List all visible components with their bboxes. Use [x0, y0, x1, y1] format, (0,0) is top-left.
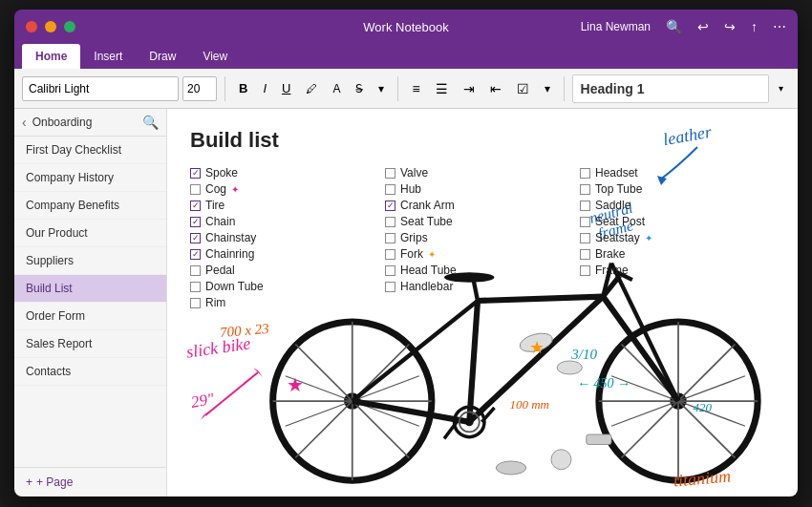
heading-dropdown-button[interactable]: ▾ — [773, 76, 789, 101]
sidebar-back-button[interactable]: ‹ — [22, 115, 27, 130]
list-column-3: Headset Top Tube Saddle Seat Post — [580, 166, 775, 309]
checkbox-cog[interactable] — [190, 184, 201, 195]
main-area: ‹ Onboarding 🔍 First Day Checklist Compa… — [14, 109, 798, 496]
user-name: Lina Newman — [581, 20, 651, 33]
highlight-button[interactable]: 🖊 — [300, 76, 323, 101]
checkbox-rim[interactable] — [190, 298, 201, 308]
item-label-crank-arm: Crank Arm — [400, 199, 455, 212]
list-item: Seat Tube — [385, 215, 580, 228]
checkbox-seat-tube[interactable] — [385, 217, 395, 227]
bold-button[interactable]: B — [233, 76, 253, 101]
list-item: Pedal — [190, 264, 385, 277]
outdent-button[interactable]: ⇤ — [484, 76, 507, 101]
minimize-button[interactable] — [45, 21, 56, 32]
sidebar-item-company-benefits[interactable]: Company Benefits — [14, 192, 166, 220]
underline-button[interactable]: U — [276, 76, 296, 101]
search-icon[interactable]: 🔍 — [666, 19, 682, 34]
item-label-rim: Rim — [205, 296, 225, 309]
checkbox-crank-arm[interactable]: ✓ — [385, 201, 395, 211]
more-list-button[interactable]: ▾ — [539, 76, 556, 101]
heading-style-input[interactable] — [572, 74, 769, 103]
tab-insert[interactable]: Insert — [80, 44, 136, 69]
strikethrough-button[interactable]: S̶ — [350, 76, 369, 101]
item-label-pedal: Pedal — [205, 264, 235, 277]
sidebar-item-company-history[interactable]: Company History — [14, 164, 166, 192]
list-item: Brake — [580, 247, 775, 261]
more-format-button[interactable]: ▾ — [373, 76, 390, 101]
checkbox-handlebar[interactable] — [385, 282, 395, 292]
checkbox-chain[interactable]: ✓ — [190, 217, 201, 227]
page-title: Build list — [190, 128, 775, 153]
tab-draw[interactable]: Draw — [136, 44, 189, 69]
list-item: Frame — [580, 264, 775, 277]
checkbox-chainring[interactable]: ✓ — [190, 249, 201, 260]
numbered-list-button[interactable]: ☰ — [430, 76, 454, 101]
checkbox-grips[interactable] — [385, 233, 395, 243]
checkbox-top-tube[interactable] — [580, 184, 590, 195]
checkbox-saddle[interactable] — [580, 201, 590, 211]
item-label-valve: Valve — [400, 166, 428, 180]
italic-button[interactable]: I — [257, 76, 272, 101]
checkbox-tire[interactable]: ✓ — [190, 201, 201, 211]
font-family-input[interactable]: Calibri Light — [22, 76, 179, 101]
checkbox-spoke[interactable]: ✓ — [190, 168, 201, 179]
build-list-grid: ✓ Spoke Cog ✦ ✓ Tire ✓ — [190, 166, 775, 309]
checkbox-head-tube[interactable] — [385, 265, 395, 276]
checkbox-button[interactable]: ☑ — [511, 76, 535, 101]
checkbox-seatstay[interactable] — [580, 233, 590, 243]
tab-home[interactable]: Home — [22, 44, 80, 69]
list-item: ✓ Tire — [190, 199, 385, 212]
checkbox-valve[interactable] — [385, 168, 395, 179]
list-item: Seatstay ✦ — [580, 231, 775, 244]
item-label-head-tube: Head Tube — [400, 264, 457, 277]
close-button[interactable] — [26, 21, 37, 32]
item-label-hub: Hub — [400, 182, 421, 196]
item-label-spoke: Spoke — [205, 166, 238, 180]
maximize-button[interactable] — [64, 21, 75, 32]
ribbon: Home Insert Draw View Calibri Light 20 B… — [14, 44, 798, 109]
bullets-button[interactable]: ≡ — [406, 76, 425, 101]
font-size-input[interactable]: 20 — [182, 76, 217, 101]
ribbon-tabs: Home Insert Draw View — [14, 44, 798, 69]
sidebar-item-order-form[interactable]: Order Form — [14, 303, 166, 330]
sidebar-item-our-product[interactable]: Our Product — [14, 220, 166, 247]
list-item: ✓ Chainstay — [190, 231, 385, 244]
redo-icon[interactable]: ↪ — [724, 19, 736, 34]
item-label-headset: Headset — [595, 166, 638, 180]
sidebar-item-build-list[interactable]: Build List — [14, 275, 166, 303]
list-item: ✓ Spoke — [190, 166, 385, 180]
checkbox-hub[interactable] — [385, 184, 395, 195]
tab-view[interactable]: View — [189, 44, 241, 69]
sidebar-item-contacts[interactable]: Contacts — [14, 358, 166, 386]
sidebar-item-first-day-checklist[interactable]: First Day Checklist — [14, 137, 166, 164]
undo-icon[interactable]: ↩ — [697, 19, 709, 34]
sidebar-item-suppliers[interactable]: Suppliers — [14, 247, 166, 275]
list-item: ✓ Crank Arm — [385, 199, 580, 212]
app-title: Work Notebook — [363, 20, 448, 34]
title-bar-right: Lina Newman 🔍 ↩ ↪ ↑ ⋯ — [581, 19, 786, 34]
font-color-button[interactable]: A — [327, 76, 346, 101]
item-label-seatstay: Seatstay — [595, 231, 640, 244]
sidebar-section-title: Onboarding — [32, 116, 137, 129]
checkbox-headset[interactable] — [580, 168, 590, 179]
item-label-handlebar: Handlebar — [400, 280, 453, 293]
more-icon[interactable]: ⋯ — [773, 19, 786, 34]
sidebar-item-sales-report[interactable]: Sales Report — [14, 330, 166, 358]
list-column-1: ✓ Spoke Cog ✦ ✓ Tire ✓ — [190, 166, 385, 309]
checkbox-pedal[interactable] — [190, 265, 201, 276]
checkbox-fork[interactable] — [385, 249, 395, 260]
add-page-button[interactable]: + + Page — [14, 467, 166, 496]
checkbox-seat-post[interactable] — [580, 217, 590, 227]
item-label-chainstay: Chainstay — [205, 231, 256, 244]
item-label-brake: Brake — [595, 247, 625, 261]
indent-button[interactable]: ⇥ — [458, 76, 481, 101]
list-item: Rim — [190, 296, 385, 309]
checkbox-down-tube[interactable] — [190, 282, 201, 292]
sidebar-search-icon[interactable]: 🔍 — [142, 115, 159, 130]
toolbar-divider-2 — [397, 76, 398, 101]
share-icon[interactable]: ↑ — [751, 19, 758, 34]
list-item: Head Tube — [385, 264, 580, 277]
checkbox-frame[interactable] — [580, 265, 590, 276]
checkbox-brake[interactable] — [580, 249, 590, 260]
checkbox-chainstay[interactable]: ✓ — [190, 233, 201, 243]
